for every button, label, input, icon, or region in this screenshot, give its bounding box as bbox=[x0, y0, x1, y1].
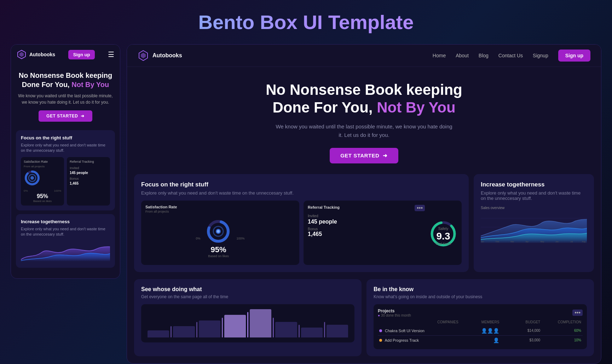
bar-line-7 bbox=[324, 322, 325, 337]
mobile-hero-title: No Nonsense Book keepingDone For You, No… bbox=[18, 71, 113, 89]
desktop-logo: Autobooks bbox=[138, 50, 182, 61]
desktop-cta-button[interactable]: GET STARTED ➜ bbox=[330, 148, 398, 163]
bento-bottom-grid: See whose doing what Get everyone on the… bbox=[127, 279, 601, 363]
mobile-card-togetherness: Increase togetherness Explore only what … bbox=[16, 214, 115, 268]
desktop-referral-header: Referral Tracking ••• bbox=[308, 205, 425, 211]
mobile-satisfaction-chart: Satisfaction Rate From all projects 0% 1… bbox=[21, 157, 64, 206]
project-row-2: Add Progress Track 👤 $3,000 10% bbox=[378, 336, 583, 345]
bar-4 bbox=[224, 315, 246, 337]
mobile-logo: Autobooks bbox=[17, 50, 55, 59]
desktop-cta-arrow-icon: ➜ bbox=[383, 152, 388, 159]
svg-point-12 bbox=[217, 230, 220, 233]
mobile-card1-title: Focus on the right stuff bbox=[21, 135, 110, 140]
desktop-invited-label: Invited bbox=[308, 214, 425, 218]
desktop-projects-sub: ● 30 done this month bbox=[378, 313, 411, 317]
desktop-referral-title: Referral Tracking bbox=[308, 205, 340, 209]
desktop-card1-desc: Explore only what you need and don't was… bbox=[141, 190, 462, 196]
desktop-safety-value: 9.3 bbox=[435, 231, 451, 242]
bar-line-4 bbox=[247, 312, 248, 337]
desktop-projects-title: Projects bbox=[378, 308, 411, 313]
desktop-card3-title: See whose doing what bbox=[141, 286, 354, 293]
desktop-bonus-value: 1,465 bbox=[308, 231, 425, 237]
col-completion: COMPLETION bbox=[542, 320, 581, 324]
desktop-signup-button[interactable]: Sign up bbox=[558, 50, 590, 62]
mobile-referral-label: Referral Tracking bbox=[70, 160, 94, 163]
desktop-satisfaction-box: Satisfaction Rate From all projects 0% bbox=[141, 201, 299, 265]
mobile-card2-title: Increase togetherness bbox=[21, 219, 110, 224]
desktop-hero-accent: Not By You bbox=[377, 99, 455, 116]
mobile-logo-text: Autobooks bbox=[29, 52, 55, 57]
desktop-card3-desc: Get everyone on the same page all of the… bbox=[141, 294, 354, 299]
bar-5 bbox=[250, 309, 271, 337]
mobile-header: Autobooks Sign up ☰ bbox=[11, 45, 120, 64]
desktop-area-chart: Jan Feb Mar Apr May Jun Jul Aug bbox=[481, 211, 587, 243]
logo-icon-mobile bbox=[17, 50, 27, 59]
mobile-card-focus: Focus on the right stuff Explore only wh… bbox=[16, 130, 115, 210]
desktop-projects-table-container: Projects ● 30 done this month ••• COMPAN… bbox=[374, 304, 587, 349]
svg-text:Jul: Jul bbox=[570, 241, 573, 243]
desktop-donut-svg bbox=[206, 219, 231, 244]
nav-blog[interactable]: Blog bbox=[479, 53, 489, 58]
bar-1 bbox=[148, 330, 169, 337]
mobile-bonus-label: Bonus bbox=[70, 177, 79, 180]
nav-signup[interactable]: Signup bbox=[533, 53, 548, 58]
mobile-donut-100pct: 100% bbox=[54, 189, 61, 192]
desktop-referral-more-button[interactable]: ••• bbox=[415, 205, 425, 211]
svg-text:Apr: Apr bbox=[526, 241, 529, 243]
svg-text:Feb: Feb bbox=[496, 241, 499, 243]
desktop-hero-title: No Nonsense Book keepingDone For You, No… bbox=[148, 81, 580, 117]
mobile-panel: Autobooks Sign up ☰ No Nonsense Book kee… bbox=[11, 44, 120, 279]
desktop-inner-charts: Satisfaction Rate From all projects 0% bbox=[141, 201, 462, 265]
bar-line-5 bbox=[273, 318, 274, 337]
desktop-safety-score-inner: Safety 9.3 Total Score bbox=[435, 227, 451, 245]
project-1-completion: 60% bbox=[542, 329, 581, 333]
bar-line-3 bbox=[222, 318, 223, 337]
nav-contact[interactable]: Contact Us bbox=[498, 53, 523, 58]
mobile-referral-stats: Invited 145 people Bonus 1,465 bbox=[70, 165, 107, 187]
desktop-hero-subtitle: We know you waited until the last possib… bbox=[276, 122, 452, 139]
desktop-cta-label: GET STARTED bbox=[340, 152, 379, 158]
mobile-satisfaction-value: 95% bbox=[24, 193, 61, 200]
desktop-satisfaction-label: Satisfaction Rate bbox=[145, 205, 295, 209]
desktop-card-know: Be in the know Know what's going on insi… bbox=[366, 279, 594, 356]
mobile-hero: No Nonsense Book keepingDone For You, No… bbox=[11, 64, 120, 127]
bar-line-2 bbox=[196, 322, 197, 337]
desktop-projects-column-headers: COMPANIES MEMBERS BUDGET COMPLETION bbox=[378, 320, 583, 324]
svg-text:Jun: Jun bbox=[555, 241, 559, 243]
desktop-chart-label: Sales overview bbox=[481, 206, 587, 210]
desktop-donut-labels-right: 100% bbox=[236, 237, 244, 240]
nav-about[interactable]: About bbox=[456, 53, 469, 58]
desktop-projects-header: Projects ● 30 done this month ••• bbox=[378, 308, 583, 317]
mobile-card1-desc: Explore only what you need and don't was… bbox=[21, 143, 110, 154]
nav-home[interactable]: Home bbox=[433, 53, 446, 58]
project-2-members-icons: 👤 bbox=[493, 337, 499, 343]
mobile-signup-button[interactable]: Sign up bbox=[68, 50, 95, 59]
mobile-chart-row: Satisfaction Rate From all projects 0% 1… bbox=[21, 157, 110, 206]
desktop-donut-100pct: 100% bbox=[236, 237, 244, 240]
project-2-name: Add Progress Track bbox=[379, 338, 458, 342]
desktop-bar-chart bbox=[146, 309, 350, 337]
mobile-referral-chart: Referral Tracking Invited 145 people Bon… bbox=[67, 157, 110, 206]
mobile-menu-icon[interactable]: ☰ bbox=[108, 50, 114, 59]
page-title: Bento Box UI Template bbox=[7, 11, 605, 34]
desktop-bars-inner bbox=[148, 309, 348, 337]
project-row-1: Chakra Soft UI Version 👤👤👤 $14,000 60% bbox=[378, 326, 583, 336]
col-companies: COMPANIES bbox=[379, 320, 458, 324]
mobile-invited-value: 145 people bbox=[70, 171, 107, 175]
desktop-card1-title: Focus on the right stuff bbox=[141, 181, 462, 188]
mobile-satisfaction-based: Based on likes bbox=[24, 200, 61, 203]
desktop-satisfaction-value: 95% bbox=[206, 245, 231, 254]
bar-2 bbox=[173, 326, 195, 337]
desktop-nav: Home About Blog Contact Us Signup Sign u… bbox=[433, 50, 590, 62]
desktop-projects-more-button[interactable]: ••• bbox=[572, 310, 583, 316]
mobile-hero-subtitle: We know you waited until the last possib… bbox=[18, 93, 113, 105]
desktop-bonus-label: Bonus bbox=[308, 227, 425, 231]
desktop-satisfaction-based: Based on likes bbox=[206, 254, 231, 258]
bar-8 bbox=[327, 325, 348, 337]
svg-marker-1 bbox=[19, 52, 24, 57]
page-title-section: Bento Box UI Template bbox=[0, 0, 612, 41]
svg-text:Aug: Aug bbox=[582, 241, 585, 243]
mobile-cta-button[interactable]: GET STARTED ➜ bbox=[39, 110, 92, 122]
desktop-card4-desc: Know what's going on inside and outside … bbox=[374, 294, 587, 299]
desktop-safety-sub: Total Score bbox=[435, 242, 451, 245]
